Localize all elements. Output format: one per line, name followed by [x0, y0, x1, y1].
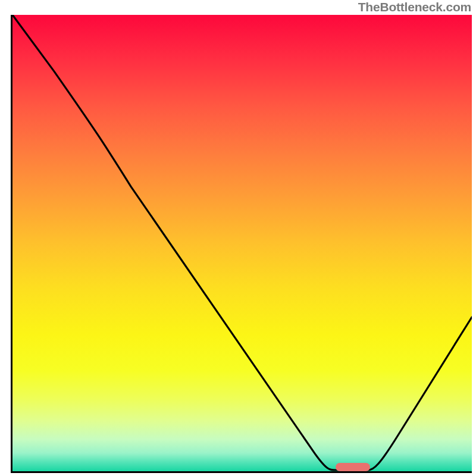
watermark-text: TheBottleneck.com	[358, 0, 471, 14]
optimal-range-marker	[336, 463, 370, 471]
chart-frame	[11, 15, 472, 473]
chart-curve	[12, 15, 472, 471]
